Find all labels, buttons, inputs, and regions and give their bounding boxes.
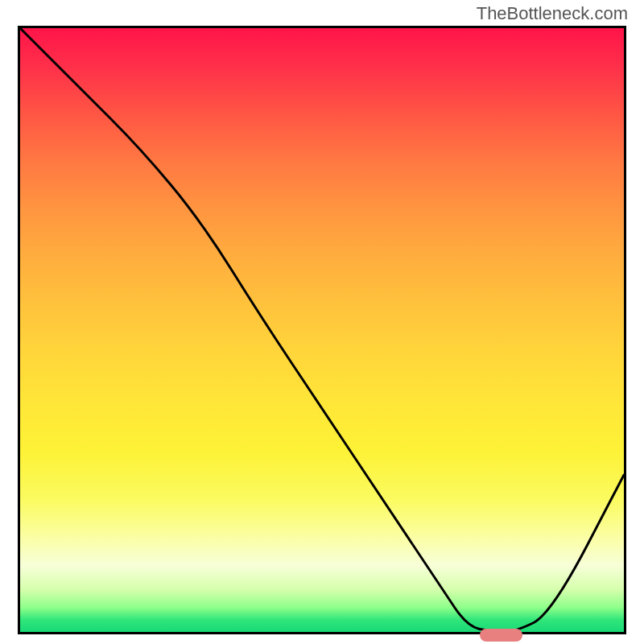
chart-marker: [480, 629, 522, 642]
chart-curve-svg: [20, 28, 624, 632]
chart-plot-area: [18, 26, 626, 634]
chart-curve-line: [20, 28, 624, 632]
watermark-text: TheBottleneck.com: [477, 3, 628, 24]
